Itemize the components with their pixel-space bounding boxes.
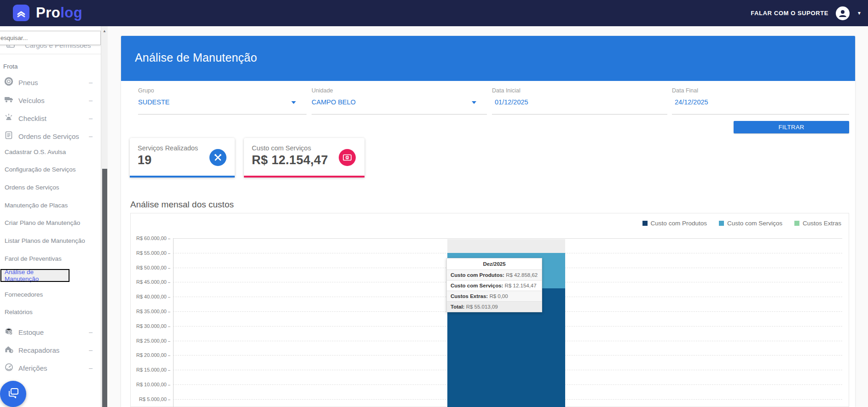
card-value: 19: [138, 153, 152, 167]
scrollbar-thumb[interactable]: [102, 169, 107, 407]
expand-caret-icon[interactable]: –: [89, 97, 93, 104]
expand-caret-icon[interactable]: –: [89, 79, 93, 86]
sidebar-search[interactable]: [0, 31, 101, 45]
legend-swatch: [642, 221, 648, 226]
y-axis-tick: R$ 10.000,00: [131, 382, 170, 387]
truck-icon: [4, 96, 14, 105]
data-final-input[interactable]: 24/12/2025: [675, 98, 708, 106]
main-content: Análise de Manutenção Grupo SUDESTE Unid…: [121, 36, 855, 407]
scroll-up-icon[interactable]: ▲: [103, 29, 106, 33]
y-axis-tick: R$ 30.000,00: [131, 323, 170, 329]
y-axis-tick: R$ 55.000,00: [131, 250, 170, 256]
sidebar-item-ordens-servicos[interactable]: Ordens de Serviços –: [0, 129, 101, 143]
chat-icon: [7, 387, 20, 401]
top-navbar: Prolog FALAR COM O SUPORTE ▼: [0, 0, 868, 26]
data-inicial-input[interactable]: 01/12/2025: [495, 98, 528, 106]
gauge-icon: [4, 363, 14, 373]
y-axis-tick: R$ 60.000,00: [131, 235, 170, 241]
retreader-home-icon: [4, 345, 14, 355]
expand-caret-icon[interactable]: –: [89, 328, 93, 336]
unidade-label: Unidade: [312, 87, 333, 94]
y-axis-tick: R$ 50.000,00: [131, 265, 170, 270]
sidebar-item-veiculos[interactable]: Veículos –: [0, 93, 101, 108]
grupo-select[interactable]: SUDESTE: [138, 98, 170, 106]
y-axis-line: [173, 238, 174, 407]
tooltip-row: Custos Extras: R$ 0,00: [447, 291, 542, 301]
sidebar-item-pneus[interactable]: Pneus –: [0, 75, 101, 90]
y-axis-tick: R$ 45.000,00: [131, 279, 170, 285]
sidebar-item-recapadoras[interactable]: Recapadoras –: [0, 343, 101, 357]
filtrar-button[interactable]: FILTRAR: [734, 121, 849, 133]
legend-custos-extras[interactable]: Custos Extras: [794, 220, 841, 227]
sidebar-subitem-manutencao-placas[interactable]: Manutenção de Placas: [0, 198, 101, 212]
card-value: R$ 12.154,47: [252, 153, 328, 167]
prolog-logo-icon: [13, 5, 29, 21]
sidebar-subitem-cadastrar-os-avulsa[interactable]: Cadastrar O.S. Avulsa: [0, 145, 101, 159]
y-axis-tick: R$ 5.000,00: [131, 396, 170, 402]
sidebar-subitem-fornecedores[interactable]: Fornecedores: [0, 287, 101, 301]
grupo-caret-icon[interactable]: [291, 101, 296, 104]
cost-analysis-chart: Custo com Produtos Custo com Serviços Cu…: [130, 213, 849, 407]
data-final-underline: [672, 114, 849, 115]
inventory-box-icon: [4, 327, 14, 337]
unidade-underline: [312, 114, 487, 115]
brand-logo[interactable]: Prolog: [13, 5, 82, 21]
collapse-caret-icon[interactable]: –: [89, 132, 93, 140]
unidade-caret-icon[interactable]: [472, 101, 476, 104]
chart-legend: Custo com Produtos Custo com Serviços Cu…: [642, 220, 841, 227]
sidebar-scrollbar[interactable]: ▲: [101, 26, 108, 407]
sidebar-subitem-configuracao-servicos[interactable]: Configuração de Serviços: [0, 162, 101, 176]
sidebar-subitem-analise-manutencao[interactable]: Análise de Manutenção: [1, 269, 69, 281]
y-axis-tick: R$ 15.000,00: [131, 367, 170, 373]
tools-icon: [209, 149, 226, 166]
legend-custo-produtos[interactable]: Custo com Produtos: [642, 220, 707, 227]
user-avatar[interactable]: [836, 6, 850, 20]
account-menu-caret-icon[interactable]: ▼: [857, 11, 862, 16]
legend-swatch: [794, 221, 799, 226]
chat-fab-button[interactable]: [0, 381, 26, 407]
card-label: Custo com Serviços: [252, 144, 311, 152]
brand-name: Prolog: [36, 5, 82, 21]
tire-icon: [4, 77, 14, 88]
legend-swatch: [719, 221, 724, 226]
sidebar-subitem-criar-plano-manutencao[interactable]: Criar Plano de Manutenção: [0, 216, 101, 229]
tooltip-month: Dez/2025: [447, 258, 542, 269]
expand-caret-icon[interactable]: –: [89, 364, 93, 372]
expand-caret-icon[interactable]: –: [89, 346, 93, 354]
data-inicial-label: Data Inicial: [492, 87, 521, 94]
sidebar-subitem-ordens-servicos[interactable]: Ordens de Serviços: [0, 180, 101, 194]
sidebar-item-afericoes[interactable]: Aferições –: [0, 361, 101, 375]
unidade-select[interactable]: CAMPO BELO: [312, 98, 356, 106]
expand-caret-icon[interactable]: –: [89, 115, 93, 122]
tooltip-row: Custo com Serviços: R$ 12.154,47: [447, 280, 542, 291]
data-final-label: Data Final: [672, 87, 698, 94]
card-custo-servicos: Custo com Serviços R$ 12.154,47 $: [244, 138, 365, 178]
data-inicial-underline: [492, 114, 667, 115]
app-root: Prolog FALAR COM O SUPORTE ▼ Cargos e Pe…: [0, 0, 868, 407]
grupo-underline: [138, 114, 307, 115]
sidebar-subitem-relatorios[interactable]: Relatórios: [0, 305, 101, 319]
gridline: [173, 238, 842, 239]
sidebar: Cargos e Permissões Frota Pneus – Veícul…: [0, 26, 101, 407]
work-order-icon: [4, 131, 14, 141]
chart-tooltip: Dez/2025 Custo com Produtos: R$ 42.858,6…: [446, 258, 542, 312]
siren-icon: [4, 113, 14, 123]
card-accent-bar: [244, 176, 365, 178]
sidebar-subitem-listar-planos-manutencao[interactable]: Listar Planos de Manutenção: [0, 234, 101, 247]
chart-title: Análise mensal dos custos: [130, 200, 234, 210]
sidebar-item-estoque[interactable]: Estoque –: [0, 325, 101, 339]
y-axis-tick: R$ 25.000,00: [131, 338, 170, 344]
tooltip-row: Custo com Produtos: R$ 42.858,62: [447, 269, 542, 280]
page-header-banner: Análise de Manutenção: [121, 36, 855, 81]
search-input[interactable]: [0, 31, 100, 45]
money-icon: $: [339, 149, 356, 166]
support-link[interactable]: FALAR COM O SUPORTE: [751, 10, 828, 17]
card-label: Serviços Realizados: [138, 144, 198, 152]
card-servicos-realizados: Serviços Realizados 19: [130, 138, 235, 178]
sidebar-subitem-farol-preventivas[interactable]: Farol de Preventivas: [0, 252, 101, 265]
sidebar-section-frota: Frota: [3, 63, 18, 70]
y-axis-tick: R$ 40.000,00: [131, 294, 170, 299]
sidebar-divider: [0, 54, 101, 54]
legend-custo-servicos[interactable]: Custo com Serviços: [719, 220, 782, 227]
sidebar-item-checklist[interactable]: Checklist –: [0, 111, 101, 126]
